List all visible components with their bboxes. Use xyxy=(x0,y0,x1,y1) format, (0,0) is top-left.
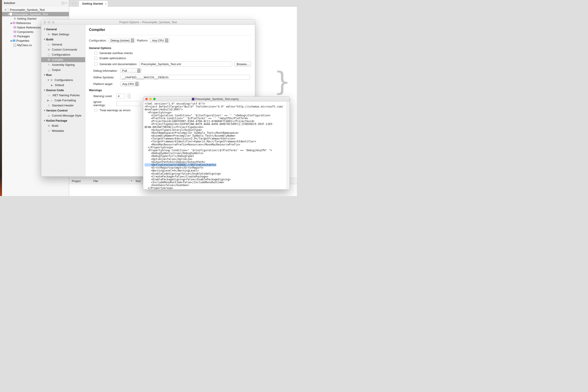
output-icon: △ xyxy=(47,68,50,72)
chevron-right-icon: ▶ xyxy=(47,99,49,102)
gen-xml-input[interactable]: Precompiler_Symbols_Test.xml xyxy=(140,62,232,66)
chevron-down-icon[interactable]: ▼ xyxy=(7,13,10,16)
sidebar-group-general[interactable]: ▼General xyxy=(41,27,85,32)
select-arrow-icon: ▲▼ xyxy=(165,38,168,42)
play-icon: ▶ xyxy=(50,84,54,87)
gear-icon: ⚙ xyxy=(47,48,50,51)
editor-tabbar: ‹ › Getting Started × xyxy=(69,0,297,6)
ignore-warnings-input[interactable] xyxy=(116,101,140,106)
sidebar-item-net-naming[interactable]: ▭.NET Naming Policies xyxy=(41,93,85,98)
sidebar-group-build[interactable]: ▼Build xyxy=(41,37,85,42)
tree-label: MyClass.cs xyxy=(17,44,32,47)
sidebar-item-nuget-metadata[interactable]: ▭Metadata xyxy=(41,128,85,133)
stepper-down-icon[interactable]: ▼ xyxy=(128,96,131,98)
platform-target-select[interactable]: Any CPU▲▼ xyxy=(120,82,140,86)
configuration-label: Configuration: xyxy=(89,39,107,42)
sidebar-group-source-code[interactable]: ▼Source Code xyxy=(41,88,85,93)
sidebar-item-standard-header[interactable]: #Standard Header xyxy=(41,103,85,108)
solution-icon xyxy=(6,8,9,11)
editor-tab-getting-started[interactable]: Getting Started × xyxy=(79,1,108,6)
csproj-file-icon xyxy=(192,98,194,100)
tree-label: Components xyxy=(17,30,34,34)
panel-dock-icon[interactable] xyxy=(62,2,64,4)
sidebar-item-custom-commands[interactable]: ⚙Custom Commands xyxy=(41,47,85,52)
editor-tab-label: Getting Started xyxy=(82,2,103,5)
sidebar-item-output[interactable]: △Output xyxy=(41,67,85,72)
status-project[interactable]: Project xyxy=(72,180,93,183)
scrollbar[interactable] xyxy=(286,102,290,190)
sidebar-item-nuget-build[interactable]: ⚙Build xyxy=(41,123,85,128)
compiler-icon: ⚒ xyxy=(47,58,50,61)
sidebar-group-run[interactable]: ▼Run xyxy=(41,72,85,78)
csharp-file-icon: {} xyxy=(14,44,16,46)
sidebar-item-configurations[interactable]: ▢Configurations xyxy=(41,52,85,57)
desktop-wallpaper-strip xyxy=(0,0,2,196)
solution-panel-title: Solution xyxy=(4,1,60,5)
overflow-checkbox[interactable] xyxy=(94,52,97,55)
folder-icon xyxy=(12,22,16,24)
project-label: Precompiler_Symbols_Test xyxy=(13,12,48,16)
sidebar-item-commit-style[interactable]: ◎Commit Message Style xyxy=(41,113,85,118)
stepper-up-icon[interactable]: ▲ xyxy=(128,94,131,96)
warning-level-label: Warning Level: xyxy=(93,94,114,98)
tree-label: Getting Started xyxy=(17,17,36,20)
select-arrow-icon: ▲▼ xyxy=(131,38,134,42)
define-symbols-input[interactable]: __UNIFIED__;__MACOS__;DEBUG; xyxy=(120,75,250,80)
panel-close-icon[interactable]: × xyxy=(66,2,67,5)
sidebar-group-nuget[interactable]: ▼NuGet Package xyxy=(41,118,85,123)
status-file[interactable]: File▼ xyxy=(93,180,135,183)
optimizations-checkbox[interactable] xyxy=(94,57,97,60)
gear-icon: ⚙ xyxy=(47,124,50,127)
title-chevron-icon[interactable]: ⌄ xyxy=(239,98,241,100)
nav-forward-icon[interactable]: › xyxy=(75,2,76,5)
project-node[interactable]: ▼ Precompiler_Symbols_Test xyxy=(2,12,69,16)
sidebar-item-run-configurations[interactable]: ▼⚙Configurations xyxy=(41,78,85,82)
config-row: Configuration: Debug (Active)▲▼ Platform… xyxy=(89,38,252,43)
nav-back-icon[interactable]: ‹ xyxy=(72,2,73,5)
configuration-select[interactable]: Debug (Active)▲▼ xyxy=(108,38,135,43)
gear-icon: ⚙ xyxy=(50,78,53,82)
browse-button[interactable]: Browse... xyxy=(234,62,251,66)
sidebar-item-compiler[interactable]: ⚒Compiler xyxy=(41,57,85,62)
chevron-down-icon[interactable]: ▼ xyxy=(4,8,6,11)
debug-info-select[interactable]: Full▲▼ xyxy=(120,68,142,73)
content-heading: Compiler xyxy=(89,28,252,32)
chevron-right-icon[interactable]: ▶ xyxy=(10,40,12,42)
tab-close-icon[interactable]: × xyxy=(105,2,106,5)
gen-xml-checkbox[interactable] xyxy=(94,62,97,66)
folder-icon xyxy=(14,35,16,37)
sidebar-item-main-settings[interactable]: ⚙Main Settings xyxy=(41,32,85,37)
tree-label: Packages xyxy=(17,35,30,38)
ignore-warnings-label: Ignore warnings: xyxy=(93,100,114,107)
sidebar-item-build-general[interactable]: ▷General xyxy=(41,42,85,47)
treat-warnings-checkbox[interactable] xyxy=(94,109,97,112)
overflow-label: Generate overflow checks xyxy=(100,52,133,55)
warning-level-input[interactable]: 4 xyxy=(116,94,125,98)
treat-warnings-label: Treat warnings as errors xyxy=(100,108,130,112)
folder-icon xyxy=(12,40,16,42)
sidebar-group-version-control[interactable]: ▼Version Control xyxy=(41,108,85,113)
solution-panel-header: Solution × xyxy=(2,0,69,6)
warning-level-stepper[interactable]: ▲▼ xyxy=(127,94,131,98)
sidebar-item-assembly-signing[interactable]: ✎Assembly Signing xyxy=(41,62,85,67)
dialog-title: Project Options – Precompiler_Symbols_Te… xyxy=(41,20,255,24)
sidebar-item-run-default[interactable]: ▶Default xyxy=(41,82,85,88)
document-icon: ▭ xyxy=(50,99,53,102)
play-icon: ▷ xyxy=(47,43,50,46)
sidebar-item-code-formatting[interactable]: ▶▭Code Formatting xyxy=(41,98,85,103)
chevron-down-icon: ▼ xyxy=(130,180,133,183)
csproj-titlebar[interactable]: Precompiler_Symbols_Test.csproj ⌄ xyxy=(143,97,290,102)
dialog-titlebar[interactable]: Project Options – Precompiler_Symbols_Te… xyxy=(41,20,255,25)
csproj-text-content[interactable]: <?xml version="1.0" encoding="utf-8"?> <… xyxy=(143,102,286,190)
chevron-down-icon: ▼ xyxy=(47,78,49,82)
chevron-right-icon[interactable]: ▶ xyxy=(10,22,12,24)
hash-icon: # xyxy=(47,104,50,107)
solution-root[interactable]: ▼ Precompiler_Symbols_Test xyxy=(2,8,69,12)
csproj-editor-window: Precompiler_Symbols_Test.csproj ⌄ <?xml … xyxy=(143,96,290,190)
warnings-heading: Warnings xyxy=(89,88,252,92)
debug-info-label: Debug information: xyxy=(93,69,118,72)
gear-icon: ⚙ xyxy=(14,17,16,20)
platform-select[interactable]: Any CPU▲▼ xyxy=(150,38,169,43)
optimizations-label: Enable optimizations xyxy=(100,56,126,60)
tree-label: Properties xyxy=(16,39,29,42)
